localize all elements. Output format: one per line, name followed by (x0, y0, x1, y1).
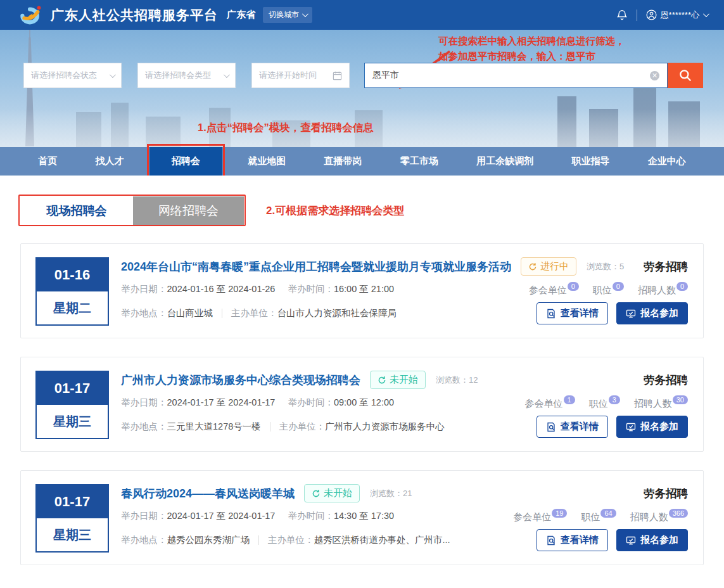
status-text: 未开始 (324, 487, 352, 499)
date-label: 举办日期： (121, 510, 167, 522)
vertical-divider (258, 535, 259, 545)
user-menu[interactable]: 恩*******心 (646, 10, 708, 21)
annotation-step2: 2.可根据需求选择招聘会类型 (266, 203, 404, 218)
stat-units: 参会单位0 (529, 282, 579, 297)
fair-card: 01-17 星期三 春风行动2024——春风送岗暖羊城 未开始 浏览数：21 劳… (20, 470, 704, 565)
fair-card: 01-16 星期二 2024年台山市“南粤春暖”重点企业用工招聘会暨就业援助月专… (20, 243, 704, 338)
fair-organizer: 广州市人力资源市场服务中心 (325, 421, 445, 433)
date-range: 2024-01-17 至 2024-01-17 (167, 510, 276, 522)
nav-item-enterprise-center[interactable]: 企业中心 (635, 147, 699, 176)
stat-positions-badge: 3 (609, 395, 620, 404)
fair-weekday: 星期三 (37, 405, 108, 438)
status-text: 未开始 (390, 374, 418, 386)
start-date-picker[interactable]: 请选择开始时间 (251, 63, 350, 88)
view-details-button[interactable]: 查看详情 (537, 529, 608, 551)
fair-title-link[interactable]: 广州市人力资源市场服务中心综合类现场招聘会 (121, 373, 360, 388)
status-text: 进行中 (540, 260, 569, 272)
fair-status-select[interactable]: 请选择招聘会状态 (23, 63, 122, 88)
header-divider (637, 10, 637, 21)
search-input[interactable] (372, 70, 650, 80)
fair-date-block: 01-16 星期二 (35, 257, 109, 326)
fair-date: 01-17 (37, 372, 108, 405)
date-range: 2024-01-16 至 2024-01-26 (167, 283, 276, 295)
stat-headcount-badge: 366 (669, 509, 688, 518)
stat-headcount-badge: 30 (673, 395, 688, 404)
nav-item-gig-market[interactable]: 零工市场 (388, 147, 451, 176)
date-label: 举办日期： (121, 283, 167, 295)
stat-units: 参会单位19 (513, 509, 567, 523)
organizer-label: 主办单位： (231, 307, 277, 319)
stat-headcount-badge: 0 (676, 282, 688, 291)
clear-search-icon[interactable]: ✕ (650, 71, 659, 80)
tab-label: 现场招聘会 (47, 203, 107, 219)
stat-positions: 职位64 (581, 509, 616, 523)
chevron-down-icon (703, 11, 709, 17)
bell-icon[interactable] (616, 10, 628, 21)
fair-title-link[interactable]: 春风行动2024——春风送岗暖羊城 (121, 486, 295, 501)
nav-item-label: 零工市场 (400, 155, 438, 167)
monitor-check-icon (626, 535, 636, 546)
tab-online[interactable]: 网络招聘会 (133, 196, 244, 226)
time-label: 举办时间： (288, 283, 334, 295)
nav-item-find-talent[interactable]: 找人才 (82, 147, 136, 176)
hero-banner: 可在搜索栏中输入相关招聘信息进行筛选， 如参加恩平市招聘会，输入：恩平市 请选择… (0, 30, 724, 176)
fair-weekday: 星期二 (37, 291, 108, 324)
search-button[interactable] (668, 63, 703, 88)
organizer-label: 主办单位： (279, 421, 326, 433)
time-label: 举办时间： (288, 510, 334, 522)
nav-item-career-guidance[interactable]: 职业指导 (559, 147, 622, 176)
nav-item-label: 就业地图 (248, 155, 286, 167)
view-count: 浏览数：5 (587, 261, 624, 272)
fair-category: 劳务招聘 (644, 373, 688, 388)
search-box: ✕ (364, 63, 703, 88)
time-range: 09:00 至 12:00 (334, 397, 394, 409)
date-label: 举办日期： (121, 397, 167, 409)
view-details-button[interactable]: 查看详情 (537, 302, 608, 324)
chevron-down-icon (302, 11, 308, 17)
nav-item-live-jobs[interactable]: 直播带岗 (311, 147, 374, 176)
annotation-search-tip: 可在搜索栏中输入相关招聘信息进行筛选， 如参加恩平市招聘会，输入：恩平市 (438, 34, 625, 64)
fair-weekday: 星期三 (37, 518, 108, 551)
stat-positions: 职位3 (589, 395, 620, 410)
search-icon (678, 68, 692, 82)
fair-date-block: 01-17 星期三 (35, 484, 109, 553)
document-search-icon (546, 535, 556, 546)
fair-type-tabs: 2.可根据需求选择招聘会类型 现场招聘会 网络招聘会 (20, 196, 724, 226)
nav-item-label: 找人才 (95, 155, 124, 167)
fair-stats: 参会单位0 职位0 招聘人数0 (529, 282, 688, 297)
fair-title-link[interactable]: 2024年台山市“南粤春暖”重点企业用工招聘会暨就业援助月专项就业服务活动 (121, 259, 511, 274)
nav-item-labor-adjustment[interactable]: 用工余缺调剂 (464, 147, 546, 176)
place-label: 举办地点： (121, 307, 167, 319)
signup-button[interactable]: 报名参加 (616, 529, 688, 551)
nav-item-employment-map[interactable]: 就业地图 (235, 147, 298, 176)
fair-category: 劳务招聘 (644, 486, 688, 501)
view-details-button[interactable]: 查看详情 (537, 416, 608, 438)
chevron-down-icon (224, 72, 230, 78)
nav-item-job-fair[interactable]: 招聘会 (149, 147, 222, 176)
nav-item-home[interactable]: 首页 (25, 147, 70, 176)
nav-item-label: 直播带岗 (324, 155, 362, 167)
fair-organizer: 台山市人力资源和社会保障局 (277, 307, 397, 319)
tab-onsite[interactable]: 现场招聘会 (20, 196, 133, 226)
top-header: 广东人社公共招聘服务平台 广东省 切换城市 恩*******心 (0, 0, 724, 30)
organizer-label: 主办单位： (268, 534, 314, 546)
username: 恩*******心 (661, 10, 699, 21)
calendar-icon (333, 71, 342, 80)
fair-organizer: 越秀区洪桥街道办事处、广州市... (314, 534, 450, 546)
status-refresh-icon (312, 489, 321, 498)
fair-date: 01-16 (37, 259, 108, 291)
main-nav: 首页 找人才 招聘会 就业地图 直播带岗 零工市场 用工余缺调剂 职业指导 企业… (0, 147, 724, 176)
place-label: 举办地点： (121, 534, 167, 546)
signup-button[interactable]: 报名参加 (616, 302, 688, 324)
stat-positions-badge: 64 (600, 509, 616, 518)
switch-city-button[interactable]: 切换城市 (263, 7, 312, 23)
date-range: 2024-01-17 至 2024-01-17 (167, 397, 276, 409)
signup-button[interactable]: 报名参加 (616, 416, 688, 438)
fair-type-select[interactable]: 请选择招聘会类型 (137, 63, 236, 88)
stat-headcount: 招聘人数30 (634, 395, 688, 410)
status-badge: 未开始 (370, 371, 426, 389)
chevron-down-icon (110, 72, 116, 78)
filter-search-row: 请选择招聘会状态 请选择招聘会类型 请选择开始时间 ✕ (23, 63, 703, 88)
stat-units-badge: 0 (568, 282, 579, 291)
status-badge: 进行中 (521, 257, 576, 276)
